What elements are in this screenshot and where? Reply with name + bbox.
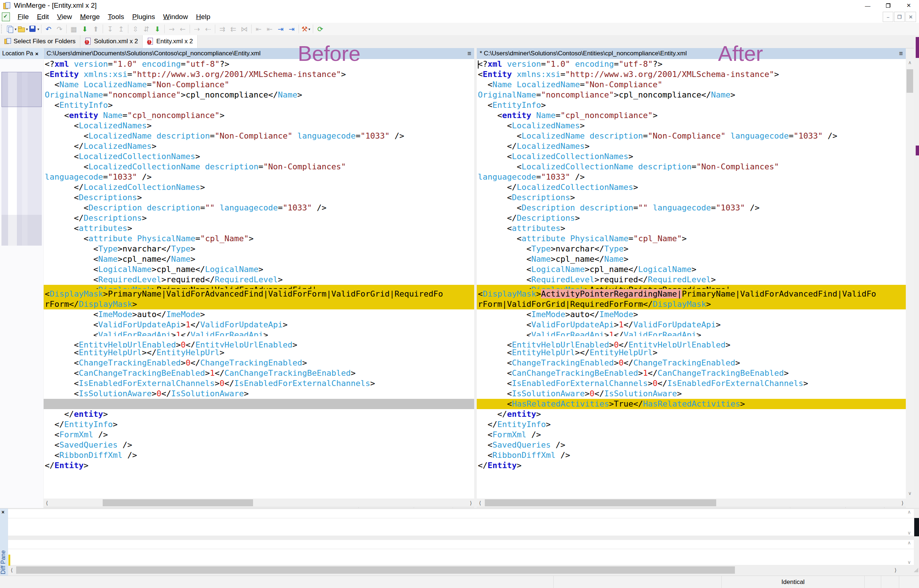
scrollbar-thumb[interactable] <box>103 499 253 506</box>
current-difference-button[interactable]: ⇳ <box>130 24 141 34</box>
missing-line-filler[interactable] <box>44 399 474 409</box>
code-line[interactable]: </LocalizedNames> <box>477 141 906 152</box>
diff-pane-splitter[interactable] <box>8 536 914 540</box>
tab-select-files-or-folders[interactable]: Select Files or Folders <box>0 35 80 48</box>
first-difference-button[interactable]: ↧ <box>105 24 115 34</box>
code-line[interactable]: <ValidForUpdateApi>1</ValidForUpdateApi> <box>477 320 906 330</box>
code-line[interactable]: <IsSolutionAware>0</IsSolutionAware> <box>477 389 906 399</box>
location-minimap[interactable] <box>2 72 42 246</box>
menu-view[interactable]: View <box>53 11 76 23</box>
scrollbar-thumb[interactable] <box>485 499 716 506</box>
code-line[interactable]: OriginalName="noncompliance">cpl_noncomp… <box>477 90 906 100</box>
minimap-viewport[interactable] <box>2 72 42 107</box>
toolbar-grip[interactable] <box>1 24 4 33</box>
code-line[interactable]: </EntityInfo> <box>477 419 906 430</box>
code-line[interactable]: <entity Name="cpl_noncompliance"> <box>477 110 906 121</box>
code-line[interactable]: rForm|ValidForGrid|RequiredForForm</Disp… <box>477 299 906 309</box>
diff-pane-left-content[interactable]: ∧ ∨ <box>8 509 914 536</box>
mdi-minimize-icon[interactable]: – <box>883 12 893 22</box>
undo-button[interactable]: ↶ <box>43 24 53 34</box>
dropdown-arrow-icon[interactable]: ▾ <box>37 27 39 31</box>
code-line[interactable]: <LocalizedName description="Non-Complian… <box>44 131 474 141</box>
tab-solution-xml-x-2[interactable]: Solution.xml x 2 <box>80 35 142 48</box>
dropdown-arrow-icon[interactable]: ▾ <box>26 27 28 31</box>
code-line[interactable]: <FormXml /> <box>44 430 474 440</box>
code-line[interactable]: <SavedQueries /> <box>44 440 474 450</box>
next-page-button[interactable]: ⇤ <box>264 24 275 34</box>
code-line[interactable]: </Entity> <box>477 460 906 471</box>
code-line[interactable]: </entity> <box>477 409 906 419</box>
code-line[interactable]: <RequiredLevel>required</RequiredLevel> <box>477 275 906 285</box>
scroll-down-icon[interactable]: ∨ <box>906 491 914 498</box>
view-whitespace-button[interactable]: ▦ <box>69 24 79 34</box>
scroll-up-icon[interactable]: ∧ <box>907 509 911 515</box>
code-line[interactable]: <EntityInfo> <box>44 100 474 110</box>
select-difference-button[interactable]: ⇵ <box>141 24 152 34</box>
code-line[interactable]: <FormXml /> <box>477 430 906 440</box>
code-line[interactable]: <ImeMode>auto</ImeMode> <box>44 309 474 320</box>
code-line[interactable]: <Type>nvarchar</Type> <box>477 244 906 254</box>
scroll-down-icon[interactable]: ∨ <box>907 559 911 565</box>
resize-grip[interactable] <box>914 568 918 572</box>
code-line[interactable]: </Descriptions> <box>477 213 906 223</box>
left-horizontal-scrollbar[interactable]: ⟨ ⟩ <box>44 499 474 507</box>
location-pane-close-button[interactable]: × <box>35 50 39 57</box>
code-line[interactable]: <DisplayMask>PrimaryName|ValidForAdvance… <box>44 289 474 299</box>
code-line[interactable]: <Name>cpl_name</Name> <box>477 254 906 264</box>
vertical-scrollbar[interactable]: ∧ ∨ <box>906 59 914 499</box>
plugin-settings-button[interactable]: ⚒▾ <box>301 24 311 34</box>
code-line[interactable]: languagecode="1033" /> <box>44 172 474 182</box>
previous-difference-button[interactable]: ⬆ <box>91 24 101 34</box>
new-button[interactable]: ▾ <box>6 24 16 34</box>
code-line[interactable]: <LocalizedNames> <box>44 121 474 131</box>
next-difference-button[interactable]: ⬇ <box>79 24 90 34</box>
code-line[interactable]: </EntityInfo> <box>44 419 474 430</box>
scrollbar-thumb[interactable] <box>16 566 735 574</box>
tab-entity-xml-x-2[interactable]: Entity.xml x 2 <box>142 35 197 48</box>
scroll-left-icon[interactable]: ⟨ <box>44 499 50 507</box>
code-line[interactable]: <IsEnabledForExternalChannels>0</IsEnabl… <box>477 378 906 389</box>
code-line[interactable]: <SavedQueries /> <box>477 440 906 450</box>
code-line[interactable]: <DisplayMask>ActivityPointerRegardingNam… <box>477 289 906 299</box>
code-line[interactable]: <LocalizedCollectionName description="No… <box>44 162 474 172</box>
code-line[interactable]: <ValidForUpdateApi>1</ValidForUpdateApi> <box>44 320 474 330</box>
copy-left-button[interactable]: ← <box>178 24 188 34</box>
code-line[interactable]: </Descriptions> <box>44 213 474 223</box>
code-line[interactable]: OriginalName="noncompliance">cpl_noncomp… <box>44 90 474 100</box>
code-line[interactable]: <?xml version="1.0" encoding="utf-8"?> <box>477 59 906 69</box>
code-line[interactable]: rForm</DisplayMask> <box>44 299 474 309</box>
menu-tools[interactable]: Tools <box>104 11 128 23</box>
copy-to-right-pane-button[interactable]: ⇥ <box>275 24 286 34</box>
copy-left-and-advance-button[interactable]: ⇠ <box>203 24 213 34</box>
location-pane[interactable] <box>0 59 43 508</box>
copy-right-and-advance-button[interactable]: ⇢ <box>192 24 202 34</box>
code-line[interactable]: <attribute PhysicalName="cpl_Name"> <box>44 234 474 244</box>
scroll-right-icon[interactable]: ⟩ <box>468 499 474 507</box>
code-line[interactable]: </Entity> <box>44 460 474 471</box>
mdi-restore-icon[interactable]: ❐ <box>894 12 905 22</box>
code-line[interactable]: <LocalizedCollectionName description="No… <box>477 162 906 172</box>
code-line[interactable]: languagecode="1033" /> <box>477 172 906 182</box>
scroll-left-icon[interactable]: ⟨ <box>477 499 483 507</box>
code-line[interactable]: <IsEnabledForExternalChannels>0</IsEnabl… <box>44 378 474 389</box>
code-line[interactable]: <ImeMode>auto</ImeMode> <box>477 309 906 320</box>
restore-icon[interactable] <box>878 0 898 11</box>
document-compare-icon[interactable] <box>2 13 10 21</box>
code-line[interactable]: <ValidForReadApi>1</ValidForReadApi> <box>44 330 474 336</box>
left-pane-header[interactable]: C:\Users\dminer\Documents\Solutions\Cont… <box>44 48 474 60</box>
code-line[interactable]: <RequiredLevel>required</RequiredLevel> <box>44 275 474 285</box>
code-line[interactable]: <Name LocalizedName="Non-Compliance" <box>44 79 474 90</box>
code-line[interactable]: <attributes> <box>477 223 906 234</box>
copy-and-next-button[interactable]: ⇥ <box>286 24 297 34</box>
left-pane-menu-icon[interactable]: ≡ <box>464 50 474 58</box>
open-button[interactable]: ▾ <box>17 24 28 34</box>
code-line[interactable]: <Type>nvarchar</Type> <box>44 244 474 254</box>
right-pane-menu-icon[interactable]: ≡ <box>896 50 906 58</box>
right-horizontal-scrollbar[interactable]: ⟨ ⟩ <box>477 499 906 507</box>
dropdown-arrow-icon[interactable]: ▾ <box>308 27 310 31</box>
scroll-right-icon[interactable]: ⟩ <box>899 499 906 507</box>
code-line[interactable]: <entity Name="cpl_noncompliance"> <box>44 110 474 121</box>
scroll-up-icon[interactable]: ∧ <box>906 60 914 67</box>
code-line[interactable]: <LocalizedCollectionNames> <box>44 152 474 162</box>
code-line[interactable]: <Descriptions> <box>477 192 906 203</box>
